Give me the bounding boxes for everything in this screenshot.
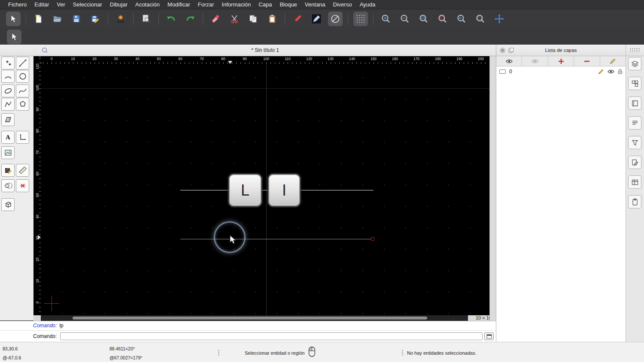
- h-scrollbar-track[interactable]: [41, 315, 468, 321]
- h-ruler-label: 50: [157, 57, 161, 61]
- layer-edit-pencil-icon[interactable]: [598, 69, 604, 75]
- open-folder-icon: [52, 14, 63, 24]
- h-ruler-label: 120: [306, 57, 312, 61]
- dock-library-button[interactable]: [628, 97, 641, 110]
- arc-tool-button[interactable]: [1, 70, 15, 83]
- menu-forzar[interactable]: Forzar: [194, 1, 218, 8]
- menu-dibujar[interactable]: Dibujar: [106, 1, 131, 8]
- menu-fichero[interactable]: Fichero: [4, 1, 30, 8]
- print-preview-button[interactable]: [139, 12, 153, 26]
- zoom-previous-button[interactable]: [454, 12, 469, 26]
- cut-button[interactable]: [227, 12, 242, 26]
- menu-ver[interactable]: Ver: [53, 1, 69, 8]
- menu-diverso[interactable]: Diverso: [329, 1, 356, 8]
- polyline-tool-button[interactable]: [1, 98, 15, 111]
- toolbar-separator: [108, 13, 108, 24]
- add-layer-button[interactable]: [548, 56, 574, 66]
- zoom-window-button[interactable]: [473, 12, 488, 26]
- undo-button[interactable]: [164, 12, 179, 26]
- svg-export-button[interactable]: SVG: [113, 12, 128, 26]
- attributes-button[interactable]: [309, 12, 324, 26]
- dock-blocks-button[interactable]: [628, 77, 641, 90]
- command-dock-button[interactable]: [484, 332, 494, 340]
- zoom-pan-button[interactable]: [492, 12, 507, 26]
- polyline-tool-icon: [4, 100, 12, 109]
- v-ruler-label: 70: [35, 148, 39, 157]
- solid-3d-tool-button[interactable]: [1, 198, 15, 211]
- zoom-out-button[interactable]: [398, 12, 412, 26]
- snap-grid-button[interactable]: [353, 12, 368, 26]
- dock-layers-button[interactable]: [628, 57, 641, 70]
- layer-row[interactable]: 0: [496, 67, 626, 76]
- menu-editar[interactable]: Editar: [30, 1, 53, 8]
- open-file-button[interactable]: [50, 12, 65, 26]
- redo-button[interactable]: [183, 12, 197, 26]
- spline-tool-button[interactable]: [16, 84, 29, 97]
- menu-capa[interactable]: Capa: [255, 1, 276, 8]
- menu-ayuda[interactable]: Ayuda: [356, 1, 380, 8]
- drawing-canvas[interactable]: L I: [41, 64, 489, 315]
- save-as-button[interactable]: [88, 12, 103, 26]
- show-all-layers-button[interactable]: [496, 56, 522, 66]
- paste-button[interactable]: [265, 12, 279, 26]
- menu-bloque[interactable]: Bloque: [276, 1, 301, 8]
- menu-seleccionar[interactable]: Seleccionar: [69, 1, 106, 8]
- image-tool-button[interactable]: [1, 146, 15, 159]
- ellipse-tool-button[interactable]: [1, 84, 15, 97]
- edit-layer-button[interactable]: [600, 56, 626, 66]
- zoom-in-button[interactable]: [379, 12, 393, 26]
- new-file-button[interactable]: [31, 12, 46, 26]
- delete-button[interactable]: [208, 12, 223, 26]
- menu-informacion[interactable]: Información: [218, 1, 255, 8]
- drag-grip-dots[interactable]: [629, 48, 641, 53]
- horizontal-ruler: 0 10 20 30 40 50 60 70 80 90 100 110 120…: [41, 56, 489, 64]
- save-button[interactable]: [69, 12, 84, 26]
- zoom-redraw-button[interactable]: [435, 12, 450, 26]
- circle-tool-button[interactable]: [16, 70, 29, 83]
- hatch-edit-tool-button[interactable]: [1, 164, 15, 177]
- zoom-auto-button[interactable]: [416, 12, 431, 26]
- point-tool-button[interactable]: [1, 57, 15, 69]
- hatch-tool-button[interactable]: [1, 113, 15, 126]
- dimension-tool-button[interactable]: [16, 131, 29, 144]
- dock-table-button[interactable]: [628, 175, 641, 189]
- line-tool-button[interactable]: [16, 57, 29, 69]
- remove-layer-button[interactable]: [574, 56, 600, 66]
- cut-scissors-icon: [230, 14, 239, 24]
- command-input[interactable]: [60, 332, 483, 340]
- h-ruler-label: 110: [285, 57, 291, 61]
- polygon-tool-button[interactable]: [16, 98, 29, 111]
- dock-filter-button[interactable]: [628, 136, 641, 149]
- select-arrow-button[interactable]: [6, 12, 21, 26]
- h-scrollbar-thumb[interactable]: [73, 317, 427, 320]
- dock-clipboard-button[interactable]: [628, 195, 641, 208]
- layers-panel: 0: [496, 56, 626, 342]
- circle-snap-tool-button[interactable]: [1, 179, 15, 192]
- copy-button[interactable]: [246, 12, 261, 26]
- action-hint: Seleccionar entidad o región: [245, 350, 304, 356]
- layer-lock-icon[interactable]: [618, 69, 623, 74]
- dock-properties-button[interactable]: [628, 156, 641, 169]
- h-ruler-label: 200: [478, 57, 484, 61]
- menu-acotacion[interactable]: Acotación: [131, 1, 164, 8]
- dock-command-button[interactable]: [628, 116, 641, 130]
- pen-button[interactable]: [290, 12, 305, 26]
- spline-tool-icon: [18, 87, 27, 95]
- menu-ventana[interactable]: Ventana: [301, 1, 329, 8]
- tool-options-select-button[interactable]: [7, 30, 21, 44]
- menu-modificar[interactable]: Modificar: [164, 1, 194, 8]
- layer-construction-icon[interactable]: [499, 69, 506, 74]
- hide-all-layers-button[interactable]: [522, 56, 548, 66]
- measure-tool-button[interactable]: [16, 164, 29, 177]
- explode-tool-button[interactable]: [16, 179, 29, 192]
- dock-strip-header: [626, 45, 644, 56]
- v-ruler-label: 0: [35, 298, 39, 307]
- no-fill-button[interactable]: [328, 12, 343, 26]
- h-ruler-label: 40: [135, 57, 139, 61]
- v-scrollbar-track[interactable]: [489, 56, 496, 321]
- h-ruler-label: 0: [51, 57, 53, 61]
- v-ruler-label: 40: [35, 212, 39, 221]
- text-tool-button[interactable]: A: [1, 131, 15, 144]
- eye-off-icon: [532, 59, 538, 64]
- layer-visibility-eye-icon[interactable]: [608, 69, 614, 74]
